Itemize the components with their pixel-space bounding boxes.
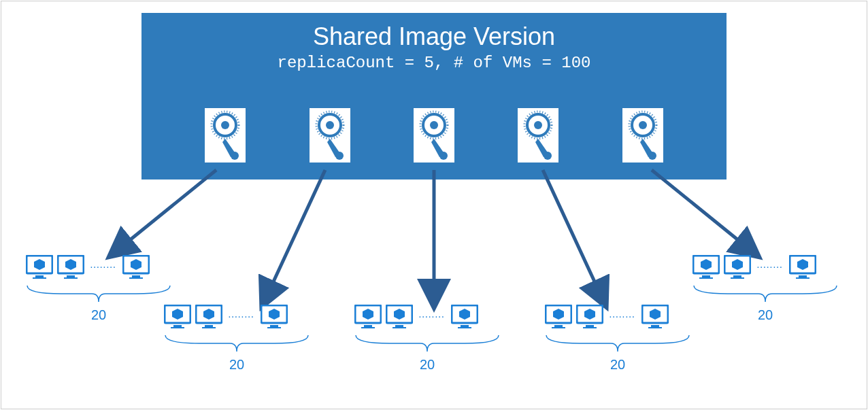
vm-count-label: 20 [407,357,448,373]
svg-rect-73 [799,275,807,277]
disk-icon [622,108,663,163]
vm-count-label: 20 [745,307,786,323]
ellipsis: ········ [229,313,254,321]
svg-rect-35 [64,277,78,279]
brace-icon [24,286,173,306]
svg-rect-32 [33,277,46,279]
vm-icon [122,255,150,279]
svg-rect-65 [648,327,662,328]
vm-icon [261,305,288,329]
vm-icon [26,255,53,279]
svg-rect-59 [552,327,565,328]
svg-point-14 [439,152,448,160]
svg-rect-37 [132,275,140,277]
disk-icon [414,108,454,163]
svg-point-2 [221,121,229,129]
vm-icon [576,305,603,329]
svg-point-22 [639,121,647,129]
ellipsis: ········ [610,313,635,321]
disk-icon [310,108,350,163]
svg-rect-47 [267,327,281,328]
brace-icon [162,335,312,356]
vm-group: ········ [162,305,290,329]
panel-subtitle: replicaCount = 5, # of VMs = 100 [141,54,727,72]
svg-point-7 [326,121,334,129]
svg-rect-74 [796,277,809,279]
svg-rect-41 [171,327,184,328]
panel-title: Shared Image Version [141,22,727,51]
svg-rect-58 [554,325,563,327]
svg-point-19 [544,152,552,160]
svg-rect-61 [586,325,594,327]
svg-rect-49 [364,325,372,327]
svg-rect-64 [651,325,659,327]
svg-point-17 [534,121,542,129]
brace-icon [352,335,502,356]
svg-rect-71 [731,277,744,279]
vm-group: ········ [24,255,152,279]
brace-icon [543,335,692,356]
svg-rect-43 [205,325,213,327]
svg-rect-40 [173,325,182,327]
vm-icon [789,255,816,279]
svg-point-24 [648,152,656,160]
vm-icon [692,255,720,279]
shared-image-version-panel: Shared Image Version replicaCount = 5, #… [141,13,727,180]
vm-icon [545,305,572,329]
ellipsis: ········ [90,264,116,271]
svg-rect-34 [67,275,75,277]
brace-icon [690,286,840,306]
disk-icon [205,108,246,163]
disk-icon [518,108,558,163]
svg-point-4 [231,152,239,160]
vm-count-label: 20 [216,357,257,373]
vm-group: ········ [352,305,480,329]
vm-icon [354,305,382,329]
vm-icon [641,305,669,329]
vm-group: ········ [543,305,671,329]
svg-point-9 [335,152,344,160]
ellipsis: ········ [757,264,783,271]
vm-icon [451,305,478,329]
svg-rect-38 [129,277,143,279]
vm-icon [386,305,413,329]
vm-count-label: 20 [597,357,638,373]
svg-rect-31 [35,275,44,277]
vm-group: ········ [690,255,818,279]
svg-rect-70 [733,275,741,277]
svg-rect-62 [583,327,597,328]
ellipsis: ········ [419,313,445,321]
vm-icon [195,305,222,329]
svg-rect-67 [702,275,710,277]
svg-rect-46 [270,325,278,327]
svg-rect-44 [202,327,216,328]
svg-rect-50 [361,327,375,328]
svg-rect-52 [395,325,403,327]
vm-count-label: 20 [78,307,119,323]
disk-replica-row [141,108,727,163]
svg-point-12 [430,121,438,129]
svg-rect-56 [458,327,471,328]
vm-icon [164,305,191,329]
svg-rect-55 [461,325,469,327]
vm-icon [57,255,84,279]
svg-rect-68 [699,277,713,279]
vm-icon [724,255,751,279]
svg-rect-53 [393,327,406,328]
